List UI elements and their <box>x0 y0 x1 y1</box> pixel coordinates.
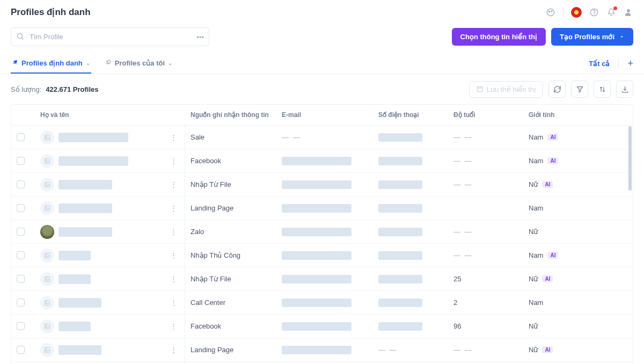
ai-badge: AI <box>547 157 558 164</box>
dash: — — <box>453 133 473 141</box>
filter-button[interactable] <box>571 81 588 98</box>
gender-value: Nữ <box>529 346 538 354</box>
row-checkbox[interactable] <box>17 251 25 259</box>
bell-icon[interactable] <box>606 8 616 17</box>
row-checkbox[interactable] <box>17 157 25 165</box>
create-profile-button[interactable]: Tạo Profiles mới <box>551 28 633 46</box>
scrollbar[interactable] <box>628 126 632 364</box>
dash: — — <box>378 346 398 354</box>
all-link[interactable]: Tất cả <box>589 60 610 68</box>
avatar[interactable] <box>40 178 54 192</box>
col-gender[interactable]: Giới tính <box>523 105 609 125</box>
row-more-icon[interactable]: ⋮ <box>168 273 179 285</box>
avatar[interactable] <box>40 249 54 263</box>
row-more-icon[interactable]: ⋮ <box>168 225 179 238</box>
avatar[interactable] <box>40 225 54 239</box>
redacted <box>378 275 422 283</box>
plus-icon[interactable]: + <box>627 58 633 69</box>
table-row[interactable]: ⋮Landing Page— —— —NữAI <box>11 338 633 362</box>
search-icon <box>16 32 24 42</box>
refresh-button[interactable] <box>548 81 566 98</box>
source-value: Facebook <box>191 322 221 330</box>
tab-1[interactable]: Profiles của tôi⌄ <box>104 54 173 74</box>
row-more-icon[interactable]: ⋮ <box>168 249 179 261</box>
table-row[interactable]: ⋮Nhập Từ File25NữAI <box>11 267 633 291</box>
row-checkbox[interactable] <box>17 204 25 212</box>
sort-button[interactable] <box>594 81 611 98</box>
download-button[interactable] <box>616 81 633 98</box>
count-label: Số lượng: <box>11 85 41 93</box>
row-checkbox[interactable] <box>17 299 25 307</box>
ai-badge: AI <box>547 252 558 259</box>
row-more-icon[interactable]: ⋮ <box>168 178 179 191</box>
row-more-icon[interactable]: ⋮ <box>168 131 179 143</box>
svg-point-15 <box>46 207 47 208</box>
palette-icon[interactable] <box>546 8 555 17</box>
col-age[interactable]: Độ tuổi <box>448 105 523 125</box>
flag-icon[interactable] <box>571 7 582 18</box>
redacted <box>58 156 128 166</box>
row-more-icon[interactable]: ⋮ <box>168 320 179 332</box>
table-row[interactable]: ⋮Landing PageNam <box>11 196 633 220</box>
table-row[interactable]: ⋮Zalo— —Nữ <box>11 220 633 244</box>
avatar[interactable] <box>40 130 54 144</box>
table-row[interactable]: ⋮Call Center2Nam <box>11 291 633 315</box>
search-input[interactable] <box>11 27 209 46</box>
svg-point-9 <box>46 136 47 137</box>
svg-point-1 <box>548 11 550 12</box>
row-checkbox[interactable] <box>17 275 25 283</box>
table-row[interactable]: ⋮Facebook— —NamAI <box>11 149 633 173</box>
ai-badge: AI <box>542 275 553 282</box>
row-more-icon[interactable]: ⋮ <box>168 155 179 167</box>
age-value: 2 <box>453 299 457 307</box>
table-row[interactable]: ⋮Sale <box>11 362 633 364</box>
row-checkbox[interactable] <box>17 322 25 330</box>
col-email[interactable]: E-mail <box>276 105 373 125</box>
search-more-icon[interactable]: ••• <box>196 33 204 41</box>
tabs: Profiles định danh⌄Profiles của tôi⌄ <box>11 54 173 74</box>
row-checkbox[interactable] <box>17 133 25 141</box>
table-row[interactable]: ⋮Nhập Thủ Công— —NamAI <box>11 244 633 267</box>
col-phone[interactable]: Số điện thoại <box>373 105 448 125</box>
avatar[interactable] <box>40 319 54 333</box>
row-more-icon[interactable]: ⋮ <box>168 296 179 309</box>
redacted <box>378 180 422 189</box>
chevron-down-icon: ⌄ <box>86 60 90 66</box>
redacted <box>58 180 112 190</box>
row-more-icon[interactable]: ⋮ <box>168 202 179 214</box>
svg-rect-22 <box>45 324 49 329</box>
create-profile-label: Tạo Profiles mới <box>560 33 614 41</box>
avatar[interactable] <box>40 343 54 357</box>
redacted <box>378 251 422 260</box>
table-row[interactable]: ⋮Nhập Từ File— —NữAI <box>11 173 633 196</box>
col-name[interactable]: Họ và tên <box>35 105 185 125</box>
svg-point-0 <box>547 9 554 16</box>
avatar[interactable] <box>40 296 54 310</box>
divider <box>563 8 564 17</box>
gender-value: Nữ <box>529 228 538 236</box>
row-checkbox[interactable] <box>17 180 25 188</box>
display-info-button[interactable]: Chọn thông tin hiển thị <box>452 28 546 46</box>
svg-point-11 <box>46 159 47 161</box>
redacted <box>58 133 128 142</box>
row-checkbox[interactable] <box>17 346 25 354</box>
table-row[interactable]: ⋮Facebook96Nữ <box>11 315 633 338</box>
tab-0[interactable]: Profiles định danh⌄ <box>11 54 91 74</box>
avatar[interactable] <box>40 272 54 286</box>
user-icon[interactable] <box>624 8 633 17</box>
row-more-icon[interactable]: ⋮ <box>168 344 179 356</box>
save-view-button[interactable]: Lưu thẻ hiển thị <box>469 81 543 98</box>
source-value: Nhập Từ File <box>191 275 231 283</box>
col-source[interactable]: Nguồn ghi nhận thông tin <box>185 105 276 125</box>
table-row[interactable]: ⋮Sale— —— —NamAI <box>11 126 633 149</box>
avatar[interactable] <box>40 201 54 215</box>
row-checkbox[interactable] <box>17 228 25 236</box>
help-icon[interactable] <box>589 8 599 17</box>
dash: — — <box>453 346 473 354</box>
tab-label: Profiles định danh <box>21 59 83 67</box>
source-value: Call Center <box>191 299 225 307</box>
dash: — — <box>282 133 301 141</box>
avatar[interactable] <box>40 154 54 168</box>
redacted <box>58 298 101 308</box>
table-header: Họ và tên Nguồn ghi nhận thông tin E-mai… <box>11 105 633 126</box>
